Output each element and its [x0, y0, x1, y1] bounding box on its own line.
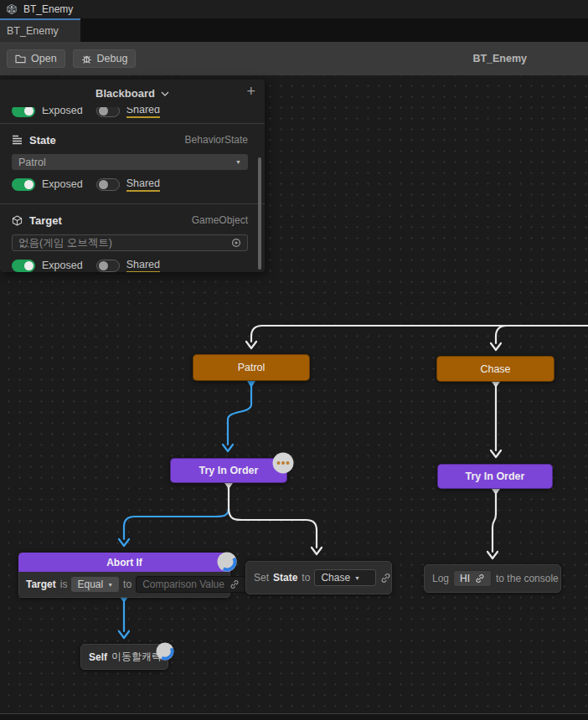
abort-if-operator-dropdown[interactable]: Equal ▼: [71, 577, 119, 592]
variable-toggles: Exposed Shared: [12, 258, 248, 272]
toggle-knob: [99, 107, 108, 116]
bug-icon: [81, 54, 92, 64]
abort-if-operator-value: Equal: [77, 579, 103, 590]
state-value-dropdown[interactable]: Patrol ▼: [12, 154, 248, 170]
bottom-bar: [0, 713, 588, 720]
add-variable-button[interactable]: +: [246, 83, 255, 100]
variable-name: Target: [29, 214, 185, 227]
exposed-label: Exposed: [42, 260, 83, 271]
shared-label: Shared: [126, 259, 160, 273]
abort-if-title: Abort If: [106, 557, 142, 568]
log-message-value: HI: [460, 573, 470, 584]
exposed-label: Exposed: [42, 178, 83, 190]
log-label: Log: [432, 573, 449, 584]
node-try-in-order-left-label: Try In Order: [199, 465, 259, 476]
node-patrol-label: Patrol: [238, 362, 266, 373]
open-button[interactable]: Open: [7, 49, 65, 68]
variable-toggles-partial: Exposed Shared: [12, 107, 248, 118]
edge-patrol-to-try-in-order[interactable]: [223, 381, 255, 451]
shared-toggle[interactable]: [96, 260, 120, 272]
node-try-in-order-left[interactable]: Try In Order: [170, 458, 287, 483]
chevron-down-icon: [161, 91, 169, 96]
condition-status-badge[interactable]: [217, 552, 237, 575]
set-state-value: Chase: [321, 572, 350, 584]
log-suffix-label: to the console: [496, 573, 559, 584]
shared-toggle[interactable]: [96, 107, 120, 117]
abort-if-header: Abort If: [18, 553, 230, 572]
set-state-value-dropdown[interactable]: Chase ▼: [314, 569, 376, 586]
edge-abort-if-to-self[interactable]: [119, 597, 129, 638]
abort-if-is-label: is: [60, 579, 68, 590]
debug-button[interactable]: Debug: [73, 49, 137, 68]
shared-toggle[interactable]: [96, 178, 120, 191]
node-set-state[interactable]: Set State to Chase ▼: [245, 561, 392, 594]
blackboard-panel: Blackboard + Exposed Shared State: [0, 80, 265, 272]
abort-if-body: Target is Equal ▼ to Comparison Value: [18, 572, 230, 598]
graph-asset-name: BT_Enemy: [472, 53, 527, 64]
exposed-toggle[interactable]: [12, 260, 35, 272]
set-state-variable: State: [273, 572, 297, 584]
set-state-to-label: to: [302, 572, 310, 584]
blackboard-title: Blackboard: [95, 87, 155, 100]
variable-type: BehaviorState: [185, 134, 248, 146]
node-log[interactable]: Log HI to the console: [424, 564, 561, 593]
edge-try-in-order-to-log[interactable]: [487, 489, 500, 558]
abort-if-comparison-placeholder: Comparison Value: [142, 579, 224, 590]
cube-icon: [12, 215, 23, 226]
edge-try-in-order-to-abort-if[interactable]: [119, 483, 233, 546]
tab-label: BT_Enemy: [7, 25, 59, 37]
more-options-badge[interactable]: [272, 452, 294, 477]
abort-if-lhs: Target: [26, 579, 56, 590]
variable-state: State BehaviorState Patrol ▼ Exposed Sha…: [12, 124, 248, 197]
graph-canvas[interactable]: Patrol Chase Try In Order Try In Order A…: [0, 75, 588, 713]
value-status-badge[interactable]: [156, 642, 174, 664]
exposed-label: Exposed: [42, 107, 83, 116]
variable-name: State: [29, 134, 178, 147]
edge-root-to-patrol[interactable]: [246, 326, 588, 348]
link-icon[interactable]: [380, 573, 391, 584]
toggle-knob: [24, 180, 34, 189]
self-label: Self: [89, 651, 107, 663]
chevron-down-icon: ▼: [235, 159, 241, 165]
chevron-down-icon: ▼: [354, 575, 360, 581]
behavior-graph-icon: [6, 3, 18, 15]
variable-toggles: Exposed Shared: [12, 177, 248, 192]
target-object-value: 없음(게임 오브젝트): [18, 236, 112, 250]
toggle-knob: [99, 261, 108, 270]
variable-type: GameObject: [192, 214, 248, 226]
node-patrol[interactable]: Patrol: [193, 354, 310, 381]
exposed-toggle[interactable]: [12, 107, 35, 117]
target-object-field[interactable]: 없음(게임 오브젝트): [12, 234, 248, 251]
list-icon: [12, 135, 23, 145]
abort-if-to-label: to: [123, 579, 132, 590]
debug-button-label: Debug: [97, 53, 128, 64]
abort-if-comparison-field[interactable]: Comparison Value: [136, 576, 246, 593]
log-message-field[interactable]: HI: [453, 570, 492, 587]
tab-bar: BT_Enemy: [0, 18, 588, 42]
node-try-in-order-right[interactable]: Try In Order: [437, 464, 553, 489]
shared-label: Shared: [126, 177, 160, 192]
window-title: BT_Enemy: [23, 3, 73, 15]
edge-root-to-chase[interactable]: [491, 326, 507, 350]
link-icon[interactable]: [475, 573, 485, 584]
edge-chase-to-try-in-order[interactable]: [491, 382, 501, 457]
panel-scrollbar[interactable]: [258, 157, 261, 270]
toggle-knob: [99, 180, 108, 189]
tab-bt-enemy[interactable]: BT_Enemy: [0, 18, 80, 42]
folder-icon: [15, 54, 26, 64]
edge-try-in-order-to-set-state[interactable]: [229, 508, 322, 554]
set-state-set-label: Set: [254, 572, 269, 584]
state-value: Patrol: [18, 157, 46, 168]
exposed-toggle[interactable]: [12, 178, 35, 191]
shared-label: Shared: [126, 107, 160, 118]
object-picker-icon[interactable]: [231, 238, 241, 248]
blackboard-header[interactable]: Blackboard +: [0, 80, 265, 107]
node-abort-if[interactable]: Abort If Target is Equal ▼ to Comparison…: [18, 553, 230, 598]
blackboard-scroll-area[interactable]: Exposed Shared State BehaviorState Patro…: [0, 107, 265, 272]
toolbar: Open Debug BT_Enemy: [0, 42, 588, 75]
toggle-knob: [24, 107, 34, 116]
link-icon[interactable]: [230, 579, 240, 589]
toggle-knob: [24, 261, 34, 270]
node-chase[interactable]: Chase: [436, 356, 554, 382]
chevron-down-icon: ▼: [107, 582, 113, 588]
